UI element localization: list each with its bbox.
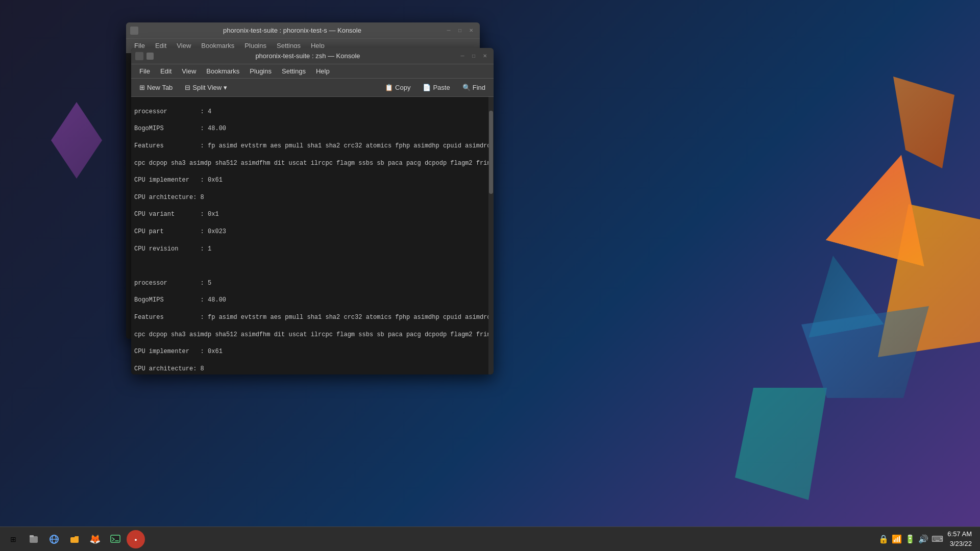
- find-label: Find: [473, 84, 485, 91]
- term-line-12: BogoMIPS : 48.00: [134, 296, 491, 305]
- window-controls-fg[interactable]: ─ □ ✕: [458, 52, 489, 61]
- toolbar-fg: ⊞ New Tab ⊟ Split View ▾ 📋 Copy 📄 Paste …: [131, 79, 494, 97]
- taskbar-terminal-icon[interactable]: [106, 530, 125, 548]
- copy-label: Copy: [395, 84, 410, 91]
- taskbar: ⊞ 🦊 ● 🔒 📶 🔋 🔊 ⌨: [0, 527, 980, 551]
- menu-plugins-fg[interactable]: Plugins: [246, 66, 276, 76]
- term-line-15: CPU implementer : 0x61: [134, 347, 491, 356]
- term-line-6: CPU architecture: 8: [134, 193, 491, 202]
- term-line-10: [134, 262, 491, 270]
- term-line-4: cpc dcpop sha3 asimdp sha512 asimdfhm di…: [134, 159, 491, 168]
- term-line-3: Features : fp asimd evtstrm aes pmull sh…: [134, 142, 491, 151]
- window-controls-bg[interactable]: ─ □ ✕: [444, 26, 476, 35]
- taskbar-clock[interactable]: 6:57 AM 3/23/22: [947, 530, 972, 548]
- window-icon-bg: [130, 27, 138, 35]
- minimize-button-bg[interactable]: ─: [444, 26, 453, 35]
- network-icon: 📶: [892, 534, 902, 544]
- paste-label: Paste: [433, 84, 450, 91]
- keyring-icon: 🔒: [878, 534, 889, 544]
- copy-icon: 📋: [385, 84, 393, 91]
- svg-text:●: ●: [134, 537, 137, 542]
- menu-settings-fg[interactable]: Settings: [278, 66, 310, 76]
- term-line-2: BogoMIPS : 48.00: [134, 124, 491, 133]
- window-foreground: phoronix-test-suite : zsh — Konsole ─ □ …: [131, 48, 494, 374]
- scrollbar-thumb[interactable]: [489, 111, 493, 194]
- taskbar-files-icon[interactable]: [24, 530, 43, 548]
- term-line-8: CPU part : 0x023: [134, 228, 491, 236]
- activities-icon[interactable]: ⊞: [4, 530, 22, 548]
- maximize-button-bg[interactable]: □: [455, 26, 464, 35]
- minimize-button-fg[interactable]: ─: [458, 52, 467, 61]
- term-line-5: CPU implementer : 0x61: [134, 176, 491, 185]
- find-button[interactable]: 🔍 Find: [458, 82, 489, 93]
- maximize-button-fg[interactable]: □: [469, 52, 478, 61]
- menu-help-fg[interactable]: Help: [312, 66, 334, 76]
- taskbar-folder-icon[interactable]: [65, 530, 84, 548]
- term-line-13: Features : fp asimd evtstrm aes pmull sh…: [134, 313, 491, 322]
- svg-rect-6: [111, 535, 120, 542]
- window-title-bg: phoronix-test-suite : phoronix-test-s — …: [140, 27, 444, 34]
- term-line-14: cpc dcpop sha3 asimdp sha512 asimdfhm di…: [134, 331, 491, 339]
- split-view-button[interactable]: ⊟ Split View ▾: [181, 82, 231, 93]
- term-line-1: processor : 4: [134, 108, 491, 116]
- deco-shape-4: [735, 388, 827, 500]
- keyboard-icon: ⌨: [932, 534, 943, 544]
- deco-shape-5: [51, 102, 102, 179]
- paste-icon: 📄: [423, 84, 431, 91]
- term-line-7: CPU variant : 0x1: [134, 210, 491, 219]
- paste-button[interactable]: 📄 Paste: [419, 82, 454, 93]
- deco-shape-3: [893, 77, 954, 168]
- titlebar-fg: phoronix-test-suite : zsh — Konsole ─ □ …: [131, 48, 494, 64]
- svg-rect-1: [30, 535, 34, 537]
- scrollbar[interactable]: [488, 97, 494, 374]
- copy-button[interactable]: 📋 Copy: [381, 82, 414, 93]
- desktop: phoronix-test-suite : phoronix-test-s — …: [0, 0, 980, 551]
- menu-bookmarks-fg[interactable]: Bookmarks: [202, 66, 243, 76]
- menu-edit-fg[interactable]: Edit: [156, 66, 176, 76]
- titlebar-bg: phoronix-test-suite : phoronix-test-s — …: [126, 22, 480, 39]
- term-line-9: CPU revision : 1: [134, 245, 491, 254]
- taskbar-sys-icons: 🔒 📶 🔋 🔊 ⌨: [878, 534, 943, 544]
- taskbar-app-icon[interactable]: ●: [127, 530, 145, 548]
- battery-icon: 🔋: [905, 534, 915, 544]
- window-icon-fg: [135, 52, 143, 60]
- terminal-content-fg[interactable]: processor : 4 BogoMIPS : 48.00 Features …: [131, 97, 494, 374]
- window-title-fg: phoronix-test-suite : zsh — Konsole: [158, 52, 458, 60]
- taskbar-firefox-icon[interactable]: 🦊: [86, 530, 104, 548]
- split-view-arrow: ▾: [224, 84, 227, 91]
- svg-rect-5: [70, 537, 79, 543]
- term-line-11: processor : 5: [134, 279, 491, 288]
- volume-icon: 🔊: [918, 534, 928, 544]
- window-icon-fg2: [146, 53, 154, 60]
- close-button-bg[interactable]: ✕: [467, 26, 476, 35]
- menu-bar-fg: File Edit View Bookmarks Plugins Setting…: [131, 64, 494, 79]
- find-icon: 🔍: [462, 84, 471, 91]
- close-button-fg[interactable]: ✕: [480, 52, 489, 61]
- split-view-label: Split View: [192, 84, 222, 91]
- taskbar-browser-icon[interactable]: [45, 530, 63, 548]
- clock-date: 3/23/22: [947, 539, 972, 548]
- clock-time: 6:57 AM: [947, 530, 972, 539]
- taskbar-right: 🔒 📶 🔋 🔊 ⌨ 6:57 AM 3/23/22: [878, 530, 976, 548]
- split-view-icon: ⊟: [185, 84, 190, 91]
- terminal-output-fg: processor : 4 BogoMIPS : 48.00 Features …: [131, 97, 494, 374]
- new-tab-icon: ⊞: [139, 84, 145, 91]
- taskbar-left: ⊞ 🦊 ●: [4, 530, 878, 548]
- term-line-16: CPU architecture: 8: [134, 365, 491, 373]
- menu-file-fg[interactable]: File: [135, 66, 154, 76]
- new-tab-button[interactable]: ⊞ New Tab: [135, 82, 177, 93]
- menu-view-fg[interactable]: View: [178, 66, 200, 76]
- new-tab-label: New Tab: [147, 84, 173, 91]
